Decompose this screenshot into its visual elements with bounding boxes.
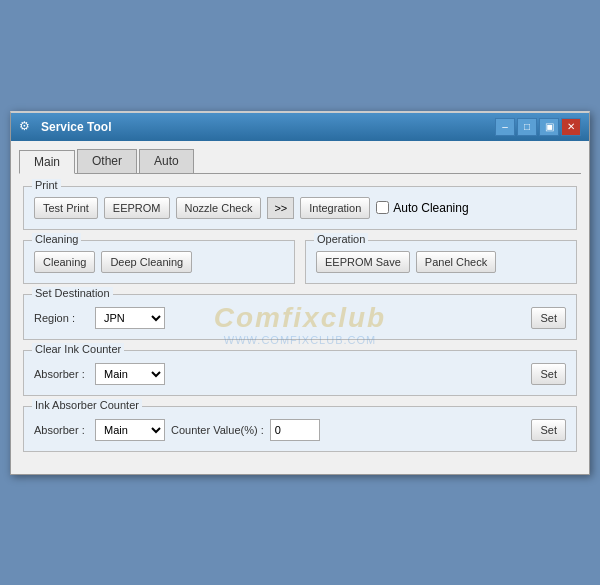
cleaning-section: Cleaning Cleaning Deep Cleaning <box>23 240 295 284</box>
nozzle-check-button[interactable]: Nozzle Check <box>176 197 262 219</box>
absorber-label: Absorber : <box>34 368 89 380</box>
eeprom-button[interactable]: EEPROM <box>104 197 170 219</box>
arrow-button[interactable]: >> <box>267 197 294 219</box>
set-clear-ink-button[interactable]: Set <box>531 363 566 385</box>
absorber-select[interactable]: Main Sub <box>95 363 165 385</box>
ink-absorber-counter-section: Ink Absorber Counter Absorber : Main Sub… <box>23 406 577 452</box>
panel-check-button[interactable]: Panel Check <box>416 251 496 273</box>
print-section-title: Print <box>32 179 61 191</box>
region-select[interactable]: JPN USA EUR AUS <box>95 307 165 329</box>
tab-bar: Main Other Auto <box>19 149 581 174</box>
auto-cleaning-checkbox[interactable] <box>376 201 389 214</box>
close-button[interactable]: ✕ <box>561 118 581 136</box>
clear-ink-counter-section: Clear Ink Counter Absorber : Main Sub Se… <box>23 350 577 396</box>
set-absorber-counter-button[interactable]: Set <box>531 419 566 441</box>
restore-button[interactable]: □ <box>517 118 537 136</box>
window-content: Main Other Auto Comfixclub WWW.COMFIXCLU… <box>11 141 589 474</box>
absorber2-label: Absorber : <box>34 424 89 436</box>
clear-ink-counter-title: Clear Ink Counter <box>32 343 124 355</box>
auto-cleaning-label: Auto Cleaning <box>393 201 468 215</box>
cleaning-operation-row: Cleaning Cleaning Deep Cleaning Operatio… <box>23 240 577 284</box>
auto-cleaning-checkbox-row: Auto Cleaning <box>376 201 468 215</box>
print-section: Print Test Print EEPROM Nozzle Check >> … <box>23 186 577 230</box>
window-controls: – □ ▣ ✕ <box>495 118 581 136</box>
window-title: Service Tool <box>41 120 111 134</box>
absorber2-row: Absorber : Main Sub Counter Value(%) : S… <box>34 419 566 441</box>
deep-cleaning-button[interactable]: Deep Cleaning <box>101 251 192 273</box>
operation-section-title: Operation <box>314 233 368 245</box>
counter-value-label: Counter Value(%) : <box>171 424 264 436</box>
minimize-button[interactable]: – <box>495 118 515 136</box>
region-label: Region : <box>34 312 89 324</box>
integration-button[interactable]: Integration <box>300 197 370 219</box>
set-destination-button[interactable]: Set <box>531 307 566 329</box>
app-icon: ⚙ <box>19 119 35 135</box>
maximize-button[interactable]: ▣ <box>539 118 559 136</box>
cleaning-buttons-row: Cleaning Deep Cleaning <box>34 251 284 273</box>
cleaning-section-title: Cleaning <box>32 233 81 245</box>
absorber2-select[interactable]: Main Sub <box>95 419 165 441</box>
tab-main[interactable]: Main <box>19 150 75 174</box>
title-bar: ⚙ Service Tool – □ ▣ ✕ <box>11 113 589 141</box>
tab-other[interactable]: Other <box>77 149 137 173</box>
absorber-row: Absorber : Main Sub Set <box>34 363 566 385</box>
cleaning-button[interactable]: Cleaning <box>34 251 95 273</box>
eeprom-save-button[interactable]: EEPROM Save <box>316 251 410 273</box>
ink-absorber-counter-title: Ink Absorber Counter <box>32 399 142 411</box>
set-destination-section: Set Destination Region : JPN USA EUR AUS… <box>23 294 577 340</box>
operation-buttons-row: EEPROM Save Panel Check <box>316 251 566 273</box>
set-destination-title: Set Destination <box>32 287 113 299</box>
tab-auto[interactable]: Auto <box>139 149 194 173</box>
main-tab-content: Comfixclub WWW.COMFIXCLUB.COM Print Test… <box>19 182 581 466</box>
test-print-button[interactable]: Test Print <box>34 197 98 219</box>
counter-value-input[interactable] <box>270 419 320 441</box>
operation-section: Operation EEPROM Save Panel Check <box>305 240 577 284</box>
print-buttons-row: Test Print EEPROM Nozzle Check >> Integr… <box>34 197 566 219</box>
main-window: ⚙ Service Tool – □ ▣ ✕ Main Other Auto C… <box>10 111 590 475</box>
region-row: Region : JPN USA EUR AUS Set <box>34 307 566 329</box>
